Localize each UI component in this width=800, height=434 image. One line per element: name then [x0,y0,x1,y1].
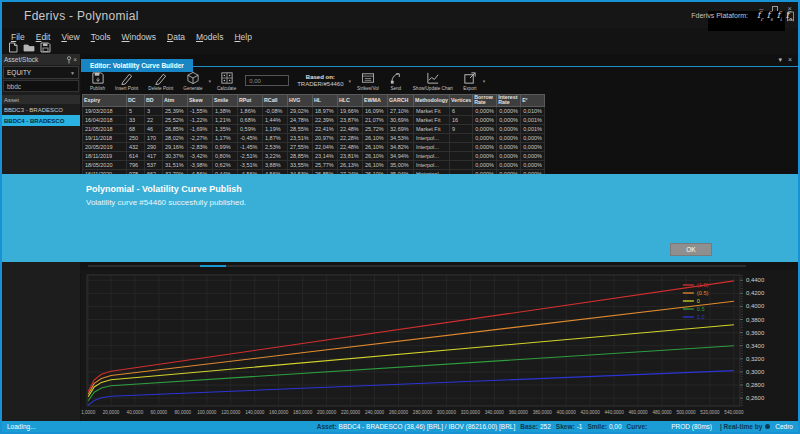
column-header-interest-rate[interactable]: Interest Rate [497,95,521,107]
publish-icon [91,71,105,85]
editor-area: Editor: Volatility Curve Builder ▾ × Pub… [81,54,798,174]
table-row[interactable]: 18/05/202079653731,51%-3,98%0,62%-3,51%3… [83,160,545,169]
column-header-hvg[interactable]: HVG [288,95,313,107]
asset-category-select[interactable]: EQUITY ▼ [3,66,79,79]
column-header-smile[interactable]: Smile [213,95,238,107]
panel-close-icon[interactable]: × [72,56,78,63]
column-header-hlc[interactable]: HLC [338,95,363,107]
svg-text:280,0000: 280,0000 [413,411,433,416]
svg-text:300,0000: 300,0000 [437,411,457,416]
provider-name: Cedro [775,423,793,430]
export-icon [463,71,477,85]
chart-canvas: 0,26000,28000,30000,32000,34000,36000,38… [81,270,798,421]
export-button[interactable]: Export [458,68,482,94]
svg-text:0: 0 [697,298,700,304]
svg-text:200,0000: 200,0000 [317,411,337,416]
svg-text:180,0000: 180,0000 [293,411,313,416]
column-header-skew[interactable]: Skew [188,95,213,107]
asset-search-value: bbdc [7,83,21,90]
cube-icon [186,71,200,85]
menu-models[interactable]: Models [193,32,231,42]
column-header-atm[interactable]: Atm [163,95,188,107]
svg-text:520,0000: 520,0000 [700,411,720,416]
open-folder-button[interactable] [23,42,35,53]
cedro-logo-icon [765,424,770,429]
calculate-button[interactable]: Calculate [212,68,241,94]
ok-button[interactable]: OK [670,243,712,256]
svg-text:340,0000: 340,0000 [485,411,505,416]
svg-text:120,0000: 120,0000 [221,411,241,416]
curve-label: Curve: [627,423,648,430]
asset-list-item[interactable]: BBDC3 - BRADESCO [2,104,80,115]
platform-func-fs[interactable]: fs [767,10,773,20]
menu-file[interactable]: File [8,32,33,42]
column-header-expiry[interactable]: Expiry [83,95,127,107]
calculate-value-input[interactable]: 0,00 [245,75,289,86]
platform-func-fi[interactable]: fi [777,10,782,20]
platform-functions: Fderivs Plataform: frfsfifa [691,10,792,22]
table-row[interactable]: 19/11/201825017028,02%-2,27%1,17%-0,45%1… [83,133,545,142]
pen-icon [120,71,134,85]
asset-list-item[interactable]: BBDC4 - BRADESCO [2,115,80,126]
notification-title: Polynomial - Volatility Curve Publish [86,184,242,194]
column-header-garch[interactable]: GARCH [388,95,414,107]
strikes-vol-button[interactable]: Strikes/Vol [352,68,384,94]
svg-text:80,0000: 80,0000 [175,411,192,416]
platform-func-fr[interactable]: fr [757,10,763,20]
menu-view[interactable]: View [58,32,87,42]
pen-icon [154,71,168,85]
table-row[interactable]: 20/05/201943229029,16%-2,83%0,99%-1,45%2… [83,142,545,151]
column-header-ewma[interactable]: EWMA [363,95,388,107]
export-dropdown-icon[interactable]: ▾ [483,78,486,84]
menu-edit[interactable]: Edit [33,32,59,42]
based-on-dropdown-icon[interactable]: ▾ [349,78,352,84]
svg-text:(1.0): (1.0) [697,282,709,288]
menu-data[interactable]: Data [164,32,193,42]
show-update-chart-button[interactable]: Show/Update Chart [408,68,458,94]
generate-dropdown-icon[interactable]: ▾ [209,78,212,84]
column-header-dc[interactable]: DC [127,95,145,107]
skew-label: Skew: [556,423,575,430]
svg-text:220,0000: 220,0000 [341,411,361,416]
column-header-e-[interactable]: E² [521,95,545,107]
asset-value: BBDC4 - BRADESCO (38,46) [BRL] / IBOV (8… [339,423,516,430]
new-file-button[interactable] [8,42,18,53]
column-header-vertices[interactable]: Vertices [449,95,472,107]
send-button[interactable]: Send [384,68,408,94]
strikes-vol-icon [361,71,375,85]
column-header-bd[interactable]: BD [145,95,163,107]
svg-text:240,0000: 240,0000 [365,411,385,416]
publish-notification: Polynomial - Volatility Curve Publish Vo… [2,174,798,262]
scrollbar-thumb[interactable] [200,265,226,267]
column-header-hl[interactable]: HL [313,95,338,107]
column-header-methodology[interactable]: Methodology [414,95,450,107]
svg-text:0.5: 0.5 [697,306,705,312]
table-row[interactable]: 18/11/201961441730,37%-3,42%0,80%-2,51%3… [83,151,545,160]
column-header-rcall[interactable]: RCall [263,95,288,107]
svg-text:260,0000: 260,0000 [389,411,409,416]
tab-volatility-curve-builder[interactable]: Editor: Volatility Curve Builder [81,59,193,72]
column-header-rput[interactable]: RPut [238,95,263,107]
notification-message: Volatility curve #54460 succesfully publ… [86,198,246,207]
table-row[interactable]: 16/04/2018332225,52%-1,22%1,21%0,68%1,44… [83,115,545,124]
smile-label: Smile: [587,423,607,430]
tab-list-icon[interactable]: ▾ [778,56,782,64]
tab-close-icon[interactable]: × [788,56,792,64]
asset-search-input[interactable]: bbdc [3,80,79,92]
asset-label: Asset: [317,423,337,430]
base-value: 252 [540,423,551,430]
table-row[interactable]: 21/05/2018684626,85%-1,69%1,35%0,59%1,19… [83,124,545,133]
save-button[interactable] [40,42,51,53]
platform-func-fa[interactable]: fa [786,10,792,20]
menu-windows[interactable]: Windows [119,32,165,42]
svg-text:1,0000: 1,0000 [81,411,96,416]
svg-text:360,0000: 360,0000 [509,411,529,416]
app-window: Fderivs - Polynomial – × FileEditViewToo… [0,0,800,434]
menu-help[interactable]: Help [231,32,259,42]
based-on-selector[interactable]: Based on: TRADER/#54460 [297,74,343,88]
column-header-borrow-rate[interactable]: Borrow Rate [473,95,497,107]
svg-text:0,3200: 0,3200 [746,356,765,362]
menu-tools[interactable]: Tools [88,32,119,42]
horizontal-scrollbar[interactable] [88,265,746,267]
table-row[interactable]: 19/03/20185325,39%-1,55%1,38%1,86%-0,08%… [83,106,545,115]
